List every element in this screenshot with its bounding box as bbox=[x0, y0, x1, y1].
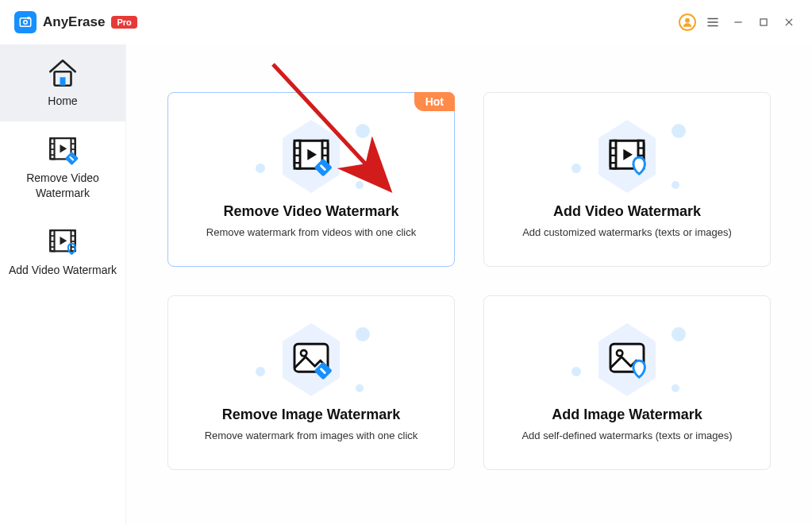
pro-badge: Pro bbox=[111, 16, 137, 29]
hot-badge: Hot bbox=[414, 92, 455, 111]
card-add-image-watermark[interactable]: Add Image Watermark Add self-defined wat… bbox=[483, 295, 771, 470]
hamburger-icon bbox=[706, 15, 720, 29]
svg-rect-2 bbox=[27, 17, 30, 19]
svg-rect-8 bbox=[760, 19, 767, 25]
sidebar-item-label: Remove Video Watermark bbox=[5, 171, 121, 201]
menu-button[interactable] bbox=[701, 10, 725, 34]
svg-rect-0 bbox=[20, 18, 31, 27]
minimize-icon bbox=[733, 17, 744, 28]
card-title: Add Video Watermark bbox=[553, 203, 701, 220]
account-button[interactable] bbox=[675, 10, 699, 34]
card-description: Remove watermark from images with one cl… bbox=[205, 430, 418, 441]
close-icon bbox=[783, 17, 795, 28]
card-illustration bbox=[579, 324, 675, 395]
main-content: Hot bbox=[125, 44, 812, 524]
app-title: AnyErase bbox=[43, 14, 105, 30]
svg-point-3 bbox=[685, 18, 690, 23]
add-video-watermark-icon bbox=[5, 226, 121, 258]
svg-marker-22 bbox=[60, 144, 67, 153]
sidebar-item-label: Home bbox=[5, 94, 121, 109]
sidebar-item-remove-video-watermark[interactable]: Remove Video Watermark bbox=[0, 121, 125, 214]
card-description: Add self-defined watermarks (texts or im… bbox=[521, 430, 732, 441]
titlebar: AnyErase Pro bbox=[0, 0, 812, 44]
card-title: Remove Image Watermark bbox=[222, 406, 400, 423]
sidebar-item-add-video-watermark[interactable]: Add Video Watermark bbox=[0, 214, 125, 291]
svg-rect-12 bbox=[60, 77, 66, 86]
card-illustration bbox=[264, 324, 359, 395]
remove-video-watermark-icon bbox=[5, 134, 121, 166]
sidebar-item-home[interactable]: Home bbox=[0, 44, 125, 121]
card-title: Remove Video Watermark bbox=[223, 203, 398, 220]
card-illustration bbox=[579, 121, 675, 192]
sidebar: Home Remove Video Watermark bbox=[0, 44, 125, 524]
card-remove-image-watermark[interactable]: Remove Image Watermark Remove watermark … bbox=[167, 295, 455, 470]
card-title: Add Image Watermark bbox=[552, 406, 702, 423]
home-icon bbox=[5, 57, 121, 89]
svg-point-1 bbox=[24, 21, 28, 25]
card-remove-video-watermark[interactable]: Hot bbox=[167, 92, 455, 267]
maximize-button[interactable] bbox=[752, 10, 775, 34]
sidebar-item-label: Add Video Watermark bbox=[5, 263, 121, 278]
close-window-button[interactable] bbox=[777, 10, 801, 34]
svg-marker-34 bbox=[60, 237, 67, 245]
user-avatar-icon bbox=[679, 13, 696, 31]
card-add-video-watermark[interactable]: Add Video Watermark Add customized water… bbox=[483, 92, 771, 267]
maximize-icon bbox=[758, 17, 769, 28]
card-description: Add customized watermarks (texts or imag… bbox=[522, 226, 732, 238]
card-description: Remove watermark from videos with one cl… bbox=[206, 226, 416, 238]
app-logo-icon bbox=[14, 11, 37, 33]
card-illustration bbox=[264, 121, 359, 192]
minimize-button[interactable] bbox=[726, 10, 750, 34]
